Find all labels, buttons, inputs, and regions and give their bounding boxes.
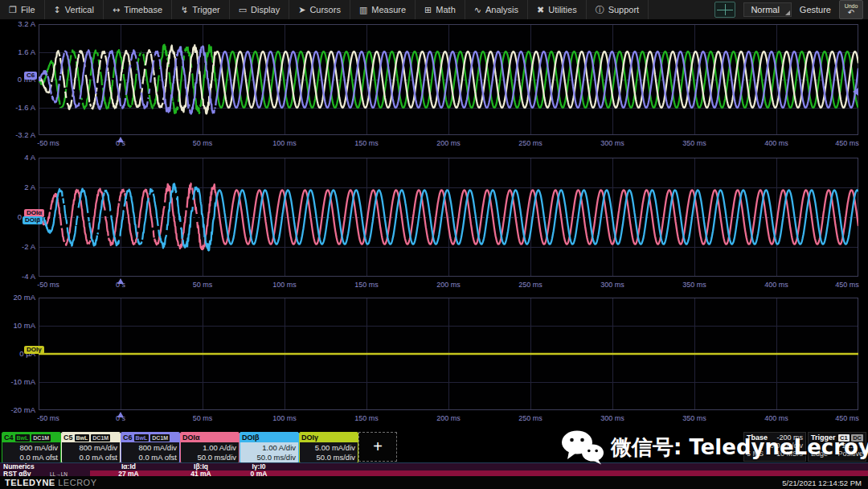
offset-or-timebase: 50.0 ms/div [181,453,236,462]
x-axis-label: -50 ms [37,139,59,147]
brand-light: LECROY [58,478,96,487]
analysis-icon: ∿ [474,5,481,15]
display-mode-dropdown[interactable]: Normal [743,2,791,17]
waveform-svg [39,298,858,410]
datetime-display: 5/21/2021 12:14:52 PM [782,479,862,487]
menu-item-label: Analysis [485,5,518,14]
menu-item-label: Trigger [192,5,219,14]
numerics-table[interactable]: Numerics Iα:IdIβ:IqIγ:I0 RST αβγ LL→LN 2… [0,462,868,477]
math-icon: ⊞ [424,5,432,15]
offset-or-timebase: 50.0 ms/div [300,453,355,462]
y-axis-label: 2 A [0,183,35,191]
coupling-badge: DC1M [31,434,51,442]
x-axis-label: 100 ms [272,281,297,289]
x-axis-label: 300 ms [600,281,624,289]
offset-or-timebase: 0.0 mA ofst [121,453,177,462]
x-axis-label: 50 ms [193,414,213,422]
x-axis-label: 250 ms [518,281,542,289]
trigger-summary-box[interactable]: TriggerC1 DC21.2 VEdgePositive [808,432,866,462]
channel-descriptor-C4[interactable]: C4BwLDC1M800 mA/div0.0 mA ofst [2,432,61,463]
x-axis-label: 200 ms [436,281,461,289]
menu-item-display[interactable]: ▭Display [230,0,289,19]
y-axis-label: 10 mA [0,322,35,330]
y-axis-label: 3.2 A [0,20,35,28]
x-axis-label: 400 ms [764,414,788,422]
scale-per-div: 800 mA/div [121,443,177,453]
scale-per-div: 1.00 A/div [181,443,236,453]
scale-per-div: 1.00 A/div [240,443,296,453]
bandwidth-limit-badge: BwL [75,434,90,442]
status-bar: TELEDYNE LECROY 5/21/2021 12:14:52 PM [0,476,868,489]
x-axis-label: 150 ms [354,139,379,147]
channel-descriptor-DOIβ[interactable]: DOIβ1.00 A/div50.0 ms/div [240,432,299,463]
menu-item-vertical[interactable]: ↕Vertical [45,0,104,19]
channel-descriptor-C5[interactable]: C5BwLDC1M800 mA/div0.0 mA ofst [61,432,121,463]
cursors-icon: ➤ [298,5,305,15]
timebase-summary-box[interactable]: Tbase-200 ms50.0 ms/div5 MS10 MS/s [743,432,806,462]
x-axis-label: 150 ms [354,414,379,422]
trigger-time-marker[interactable] [117,137,124,142]
x-axis-row: -50 ms0 s50 ms100 ms150 ms200 ms250 ms30… [0,137,868,150]
y-axis-label: -1.6 A [0,104,35,112]
menu-item-trigger[interactable]: ↯Trigger [172,0,230,19]
channel-name: C5 [63,434,73,442]
grid-2-clarke-currents-alpha-beta[interactable] [39,158,858,277]
add-trace-button[interactable]: + [358,432,397,462]
grid-3-zero-sequence-current[interactable] [39,298,858,410]
trigger-time-marker[interactable] [117,412,124,417]
descriptor-header: DOIα [181,433,239,442]
menu-item-cursors[interactable]: ➤Cursors [289,0,350,19]
menu-item-measure[interactable]: ▥Measure [350,0,416,19]
gesture-button[interactable]: Gesture [800,5,831,14]
menu-item-analysis[interactable]: ∿Analysis [465,0,528,19]
brand-bold: TELEDYNE [5,478,55,487]
offset-or-timebase: 0.0 mA ofst [2,453,58,462]
channel-name: C4 [4,434,14,442]
menu-item-file[interactable]: ❐File [0,0,45,19]
menu-item-support[interactable]: ⓘSupport [587,0,649,19]
timebase-icon: ↔ [113,5,120,15]
grid-layout-icon[interactable] [714,2,735,18]
menu-item-label: Support [608,5,640,14]
bandwidth-limit-badge: BwL [134,434,149,442]
coupling-badge: DC1M [150,434,170,442]
tbase-samples: 5 MS [747,450,764,458]
trigger-type: Edge [811,450,828,458]
zero-level-badge-DOIγ[interactable]: DOIγ [24,346,44,354]
menu-item-math[interactable]: ⊞Math [416,0,465,19]
zero-level-badge-C6[interactable]: C6 [24,72,37,80]
x-axis-label: 150 ms [354,281,379,289]
menu-item-label: Measure [371,5,406,14]
y-axis-label: 1.6 A [0,48,35,56]
x-axis-row: -50 ms0 s50 ms100 ms150 ms200 ms250 ms30… [0,412,868,425]
file-icon: ❐ [9,5,17,15]
descriptor-values: 1.00 A/div50.0 ms/div [181,442,239,462]
scale-per-div: 800 mA/div [62,443,117,453]
x-axis-label: -50 ms [37,414,59,422]
trigger-time-marker[interactable] [117,278,124,284]
utilities-icon: ✖ [537,5,544,15]
coupling-badge: DC1M [91,434,110,442]
x-axis-label: 50 ms [193,281,213,289]
channel-descriptor-C6[interactable]: C6BwLDC1M800 mA/div0.0 mA ofst [121,432,180,463]
x-axis-label: 100 ms [272,139,297,147]
x-axis-label: 50 ms [193,139,213,147]
menu-right-controls: Normal Gesture Undo ↶ [714,0,868,19]
channel-descriptor-DOIγ[interactable]: DOIγ5.00 mA/div50.0 ms/div [299,432,358,463]
trigger-level: 21.2 V [842,442,863,450]
measure-icon: ▥ [359,5,367,15]
x-axis-label: 450 ms [835,139,859,147]
x-axis-row: -50 ms0 s50 ms100 ms150 ms200 ms250 ms30… [0,278,868,291]
menu-item-utilities[interactable]: ✖Utilities [528,0,587,19]
menu-item-timebase[interactable]: ↔Timebase [104,0,172,19]
zero-level-badge-DOIβ[interactable]: DOIβ [23,216,43,224]
descriptor-header: DOIγ [300,433,358,442]
grid-1-phase-currents-RST[interactable] [39,24,858,135]
undo-button[interactable]: Undo ↶ [839,0,863,19]
descriptor-header: DOIβ [240,433,298,442]
offset-or-timebase: 0.0 mA ofst [62,453,117,462]
channel-descriptor-DOIα[interactable]: DOIα1.00 A/div50.0 ms/div [180,432,240,463]
waveform-svg [39,24,858,135]
undo-arrow-icon: ↶ [848,10,854,16]
c6-trigger-level-marker[interactable] [853,88,858,96]
